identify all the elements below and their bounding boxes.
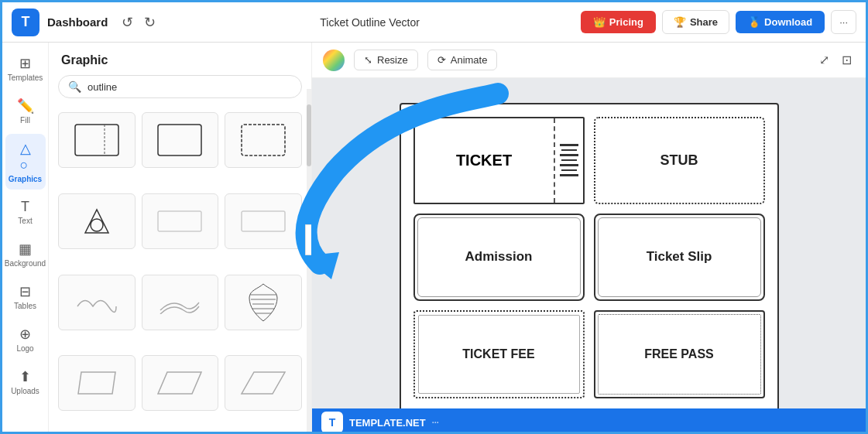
document-title: Ticket Outline Vector (166, 16, 572, 29)
app-header: T Dashboard ↺ ↻ Ticket Outline Vector 👑 … (2, 2, 866, 43)
ticket-item-free-pass[interactable]: FREE PASS (594, 310, 765, 398)
barcode-line (561, 149, 577, 151)
list-item[interactable] (58, 112, 136, 168)
footer-dots[interactable]: ··· (432, 418, 439, 427)
redo-button[interactable]: ↻ (141, 11, 159, 34)
list-item[interactable] (225, 355, 302, 411)
uploads-label: Uploads (11, 387, 39, 395)
search-bar[interactable]: 🔍 (58, 75, 302, 98)
templates-icon: ⊞ (19, 55, 31, 72)
ticket-item-ticket-slip[interactable]: Ticket Slip (594, 214, 765, 301)
icon-nav: ⊞ Templates ✏️ Fill △○ Graphics T Text ▦… (2, 43, 49, 434)
animate-button[interactable]: ⟳ Animate (427, 50, 498, 70)
scrollbar-thumb[interactable] (307, 104, 311, 166)
list-item[interactable] (142, 193, 219, 249)
search-icon: 🔍 (68, 80, 81, 93)
animate-icon: ⟳ (437, 54, 446, 66)
share-button[interactable]: 🏆 Share (662, 10, 729, 34)
share-icon: 🏆 (674, 16, 686, 28)
crown-icon: 👑 (593, 16, 606, 28)
share-label: Share (690, 16, 718, 28)
sidebar-item-logo[interactable]: ⊕ Logo (5, 320, 46, 359)
sidebar-item-background[interactable]: ▦ Background (5, 234, 46, 274)
svg-rect-2 (158, 125, 201, 155)
canvas-right-icons: ⤢ ⊡ (816, 50, 855, 70)
list-item[interactable] (58, 193, 136, 249)
sidebar-item-tables[interactable]: ⊟ Tables (5, 277, 46, 316)
pricing-button[interactable]: 👑 Pricing (581, 11, 656, 33)
list-item[interactable] (142, 275, 219, 330)
app-footer: T TEMPLATE.NET ··· (312, 408, 866, 434)
sidebar-item-graphics[interactable]: △○ Graphics (5, 134, 46, 190)
svg-rect-6 (242, 211, 285, 231)
svg-rect-5 (158, 211, 201, 231)
sidebar-item-templates[interactable]: ⊞ Templates (5, 49, 46, 88)
list-item[interactable] (142, 355, 219, 411)
list-item[interactable] (142, 112, 219, 168)
graphics-icon: △○ (20, 140, 31, 173)
fill-icon: ✏️ (17, 97, 34, 114)
barcode-line (560, 174, 578, 176)
list-item[interactable] (225, 193, 302, 249)
footer-brand: TEMPLATE.NET (349, 417, 426, 429)
logo-nav-icon: ⊕ (19, 326, 31, 343)
stub-label: STUB (660, 152, 698, 169)
ticket-item-ticket-fee[interactable]: TICKET FEE (413, 310, 585, 398)
ticket-stub-barcode (555, 118, 583, 203)
layout-icon[interactable]: ⊡ (839, 50, 855, 70)
resize-icon: ⤡ (364, 54, 372, 66)
header-history-icons: ↺ ↻ (118, 11, 159, 34)
fill-label: Fill (20, 116, 30, 125)
panel-title: Graphic (49, 43, 311, 75)
header-actions: 👑 Pricing 🏆 Share 🏅 Download ··· (581, 10, 856, 34)
pricing-label: Pricing (609, 16, 643, 28)
footer-logo: T (321, 412, 343, 433)
download-button[interactable]: 🏅 Download (736, 11, 825, 33)
text-label: Text (18, 217, 32, 225)
list-item[interactable] (58, 275, 136, 330)
gradient-swatch[interactable] (323, 50, 345, 71)
ticket-item-stub[interactable]: STUB (594, 117, 765, 204)
barcode-line (560, 164, 578, 166)
list-item[interactable] (58, 355, 136, 411)
svg-rect-0 (75, 125, 118, 155)
tables-label: Tables (14, 302, 36, 310)
svg-rect-3 (242, 125, 285, 155)
ticket-item-admission[interactable]: Admission (413, 214, 585, 301)
logo-label: Logo (16, 344, 33, 353)
sidebar-item-text[interactable]: T Text (5, 193, 46, 231)
uploads-icon: ⬆ (19, 368, 31, 385)
tables-icon: ⊟ (19, 283, 31, 300)
background-icon: ▦ (19, 241, 32, 258)
resize-label: Resize (377, 54, 408, 66)
sidebar-item-uploads[interactable]: ⬆ Uploads (5, 362, 46, 402)
search-input[interactable] (87, 81, 292, 93)
expand-icon[interactable]: ⤢ (816, 50, 832, 70)
ticket-item-ticket[interactable]: TICKET (413, 117, 585, 204)
download-label: Download (764, 16, 812, 28)
animate-label: Animate (451, 54, 488, 66)
templates-label: Templates (8, 73, 43, 82)
canvas-area: ⤡ Resize ⟳ Animate ⤢ ⊡ TICK (312, 43, 866, 434)
undo-button[interactable]: ↺ (118, 11, 136, 34)
more-button[interactable]: ··· (831, 10, 856, 34)
background-label: Background (5, 259, 46, 268)
text-icon: T (21, 199, 29, 215)
ticket-document: TICKET STUB (400, 103, 779, 412)
list-item[interactable] (225, 275, 302, 330)
barcode-line (560, 154, 578, 156)
barcode-line (561, 169, 577, 171)
list-item[interactable] (225, 112, 302, 168)
graphics-label: Graphics (9, 175, 42, 183)
ticket-ticket-label: TICKET (415, 118, 555, 203)
main-layout: ⊞ Templates ✏️ Fill △○ Graphics T Text ▦… (2, 43, 866, 434)
barcode-line (560, 144, 578, 146)
barcode-line (561, 159, 577, 161)
canvas-toolbar: ⤡ Resize ⟳ Animate ⤢ ⊡ (312, 43, 866, 78)
collapse-panel-button[interactable]: ‹ (305, 224, 312, 255)
resize-button[interactable]: ⤡ Resize (354, 50, 418, 70)
app-logo[interactable]: T (12, 9, 39, 36)
canvas-content: TICKET STUB (312, 78, 866, 434)
graphics-panel: Graphic 🔍 (49, 43, 312, 434)
sidebar-item-fill[interactable]: ✏️ Fill (5, 91, 46, 131)
